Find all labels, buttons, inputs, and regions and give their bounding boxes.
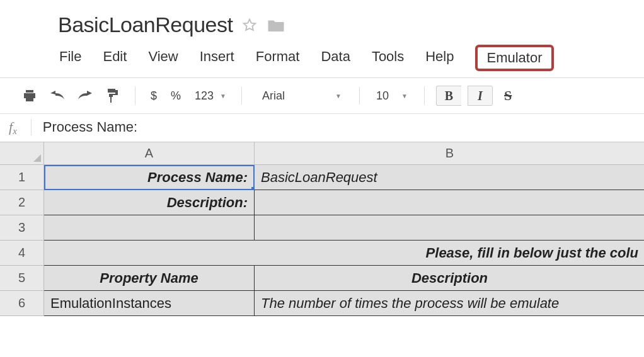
menu-view[interactable]: View (148, 48, 178, 67)
row-header-2[interactable]: 2 (0, 190, 44, 215)
cell-b3[interactable] (255, 215, 644, 241)
cell-b5[interactable]: Description (255, 266, 644, 291)
menu-help[interactable]: Help (425, 48, 454, 67)
print-icon[interactable] (19, 86, 40, 105)
toolbar-separator (424, 87, 425, 105)
menu-insert[interactable]: Insert (200, 48, 234, 67)
menu-format[interactable]: Format (256, 48, 300, 67)
toolbar-separator (359, 87, 360, 105)
menu-data[interactable]: Data (321, 48, 350, 67)
cell-b2[interactable] (255, 190, 644, 215)
spreadsheet-grid: A B 1 Process Name: BasicLoanRequest 2 D… (0, 142, 644, 316)
cell-a5[interactable]: Property Name (44, 266, 255, 291)
formula-separator (31, 119, 32, 135)
paint-format-icon[interactable] (102, 86, 124, 105)
redo-icon[interactable] (74, 86, 96, 105)
cell-a3[interactable] (44, 215, 255, 241)
formula-content[interactable]: Process Name: (43, 119, 137, 135)
strikethrough-button[interactable]: S (499, 88, 517, 104)
chevron-down-icon: ▼ (220, 93, 226, 99)
row-header-5[interactable]: 5 (0, 266, 44, 291)
row-header-1[interactable]: 1 (0, 165, 44, 190)
fx-icon: fx (9, 119, 17, 135)
bold-button[interactable]: B (436, 86, 461, 106)
cell-a6[interactable]: EmulationInstances (44, 291, 255, 316)
row-header-4[interactable]: 4 (0, 241, 44, 266)
font-family-dropdown[interactable]: Arial▼ (253, 87, 348, 105)
chevron-down-icon: ▼ (335, 93, 342, 99)
menu-bar: File Edit View Insert Format Data Tools … (0, 41, 644, 77)
font-size-dropdown[interactable]: 10▼ (371, 87, 413, 105)
menu-file[interactable]: File (59, 48, 81, 67)
number-format-dropdown[interactable]: 123▼ (191, 87, 230, 105)
cell-b6[interactable]: The number of times the process will be … (255, 291, 644, 316)
select-all-corner[interactable] (0, 142, 44, 165)
menu-edit[interactable]: Edit (103, 48, 127, 67)
toolbar-separator (135, 87, 135, 105)
cell-a2[interactable]: Description: (44, 190, 255, 215)
menu-emulator-highlight: Emulator (475, 45, 553, 71)
document-title[interactable]: BasicLoanRequest (58, 13, 233, 37)
menu-emulator[interactable]: Emulator (486, 50, 542, 65)
cell-row4-merged[interactable]: Please, fill in below just the colu (44, 241, 644, 266)
row-header-3[interactable]: 3 (0, 215, 44, 241)
currency-button[interactable]: $ (147, 87, 161, 105)
toolbar: $ % 123▼ Arial▼ 10▼ B I S (0, 78, 644, 114)
toolbar-separator (241, 87, 242, 105)
cell-b1[interactable]: BasicLoanRequest (255, 165, 644, 190)
undo-icon[interactable] (47, 86, 68, 105)
cell-a1[interactable]: Process Name: (44, 165, 255, 190)
formula-bar: fx Process Name: (0, 114, 644, 142)
chevron-down-icon: ▼ (401, 93, 408, 99)
star-icon[interactable] (241, 17, 258, 33)
row-header-6[interactable]: 6 (0, 291, 44, 316)
italic-button[interactable]: I (468, 86, 493, 106)
folder-icon[interactable] (267, 17, 285, 33)
column-header-a[interactable]: A (44, 142, 255, 165)
column-header-b[interactable]: B (255, 142, 644, 165)
percent-button[interactable]: % (167, 87, 185, 105)
menu-tools[interactable]: Tools (372, 48, 404, 67)
